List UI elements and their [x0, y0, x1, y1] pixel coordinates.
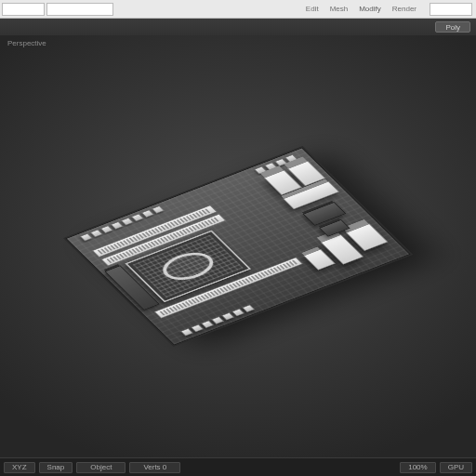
menu-mesh[interactable]: Mesh — [324, 5, 354, 13]
numeric-field-2[interactable] — [46, 3, 113, 16]
pcb-board[interactable] — [66, 148, 411, 346]
pcie-slot[interactable] — [154, 258, 303, 319]
cap-row-bottom — [180, 305, 255, 337]
menu-render[interactable]: Render — [387, 5, 422, 13]
numeric-field-1[interactable] — [2, 3, 45, 16]
3d-viewport[interactable]: Perspective — [0, 35, 476, 457]
top-toolbar: Edit Mesh Modify Render — [0, 0, 476, 19]
mode-button[interactable]: Poly — [435, 21, 470, 33]
viewport-label: Perspective — [7, 39, 46, 47]
connector-3[interactable] — [303, 249, 336, 271]
status-object: Object — [76, 462, 126, 473]
status-gpu: GPU — [440, 462, 472, 473]
status-coords[interactable]: XYZ — [4, 462, 35, 473]
status-verts: Verts 0 — [129, 462, 180, 473]
heatsink-left[interactable] — [104, 265, 159, 310]
search-field[interactable] — [430, 3, 472, 16]
status-zoom[interactable]: 100% — [400, 462, 435, 473]
menu-modify[interactable]: Modify — [353, 5, 387, 13]
status-bar: XYZ Snap Object Verts 0 100% GPU — [0, 457, 476, 476]
cpu-socket[interactable] — [125, 231, 251, 303]
menu-edit[interactable]: Edit — [300, 5, 324, 13]
connector-1[interactable] — [346, 223, 389, 251]
socket-ring-icon — [154, 247, 221, 285]
model-root — [66, 148, 411, 346]
status-snap[interactable]: Snap — [39, 462, 73, 473]
mode-strip: Poly — [0, 19, 476, 35]
